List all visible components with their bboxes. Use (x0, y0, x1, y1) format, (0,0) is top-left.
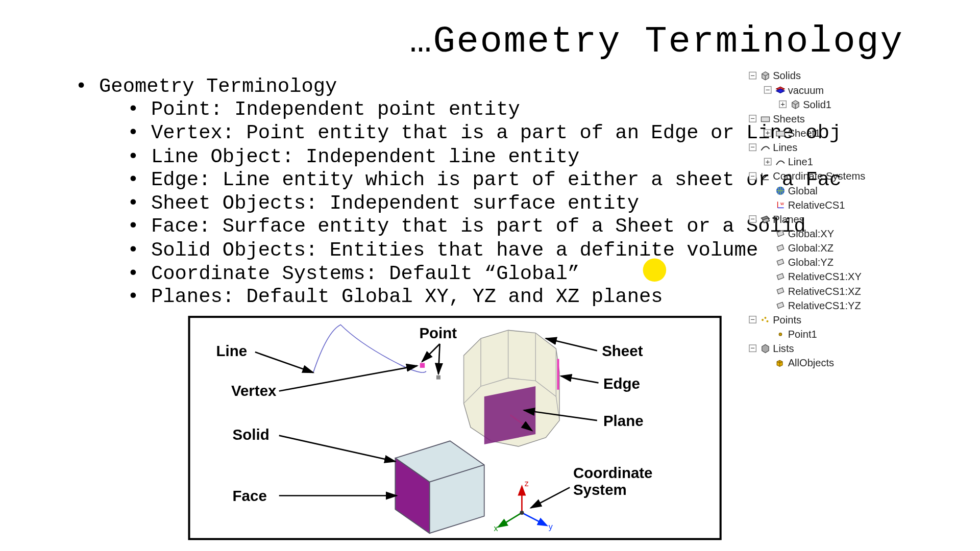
tree-item[interactable]: −Coordinate Systems (749, 169, 865, 183)
slide-title: …Geometry Terminology (409, 20, 903, 62)
svg-line-6 (522, 513, 546, 525)
svg-text:z: z (525, 479, 529, 488)
svg-line-11 (255, 352, 313, 372)
expand-toggle-icon[interactable]: + (764, 129, 772, 137)
tree-item[interactable]: −Points (749, 312, 865, 327)
allobj-icon (774, 357, 787, 369)
svg-text:x: x (494, 523, 498, 533)
fig-label-plane: Plane (603, 412, 644, 430)
svg-rect-21 (761, 116, 769, 121)
svg-line-20 (531, 487, 570, 508)
plane-icon (774, 299, 787, 311)
expand-toggle-icon[interactable]: − (749, 215, 756, 223)
tree-item[interactable]: +Line1 (749, 155, 865, 169)
svg-point-30 (762, 318, 764, 320)
tree-item[interactable]: AllObjects (749, 356, 865, 370)
fig-label-edge: Edge (603, 375, 640, 393)
tree-item-label: RelativeCS1 (788, 197, 845, 212)
tree-item-label: Global (788, 183, 818, 197)
tree-item-label: RelativeCS1:XY (788, 269, 862, 284)
svg-point-33 (779, 333, 781, 335)
tree-item-label: RelativeCS1:YZ (788, 298, 861, 312)
tree-item[interactable]: wRelativeCS1 (749, 197, 865, 212)
cs-icon (759, 170, 771, 182)
svg-rect-1 (436, 375, 440, 380)
fig-label-face: Face (233, 487, 267, 505)
fig-label-sheet: Sheet (602, 342, 643, 360)
tree-item[interactable]: Global (749, 183, 865, 197)
svg-point-32 (766, 320, 768, 322)
tree-item[interactable]: −Solids (749, 68, 865, 83)
tree-item[interactable]: RelativeCS1:YZ (749, 298, 865, 312)
bullet-item: Planes: Default Global XY, YZ and XZ pla… (127, 286, 841, 309)
bullet-item: Solid Objects: Entities that have a defi… (127, 239, 841, 262)
tree-item-label: Point1 (788, 327, 817, 341)
globe-icon (774, 184, 787, 196)
sheet-icon (759, 112, 771, 124)
figure-diagram: z x y Line Point Sheet Vertex Edge Plane… (188, 316, 722, 540)
tree-item-label: Global:XY (788, 227, 835, 241)
tree-item[interactable]: −Lines (749, 140, 865, 155)
tree-item[interactable]: RelativeCS1:XY (749, 269, 865, 284)
point-icon (774, 328, 787, 340)
points-icon (759, 313, 771, 325)
bullet-item: Edge: Line entity which is part of eithe… (127, 169, 841, 192)
tree-item[interactable]: Global:XY (749, 227, 865, 241)
tree-item-label: vacuum (788, 83, 824, 97)
tree-item[interactable]: Global:XZ (749, 241, 865, 255)
tree-item[interactable]: +Solid1 (749, 97, 865, 111)
line-icon (774, 156, 787, 168)
tree-item-label: Lines (773, 140, 797, 155)
svg-line-25 (762, 176, 767, 180)
relcs-icon: w (774, 198, 787, 211)
svg-line-18 (279, 436, 396, 462)
plane-icon (774, 256, 787, 268)
svg-line-16 (561, 376, 599, 383)
plane-icon (774, 270, 787, 283)
tree-item[interactable]: RelativeCS1:XZ (749, 284, 865, 298)
fig-label-vertex: Vertex (231, 382, 277, 400)
tree-item-label: Coordinate Systems (773, 169, 865, 183)
tree-item-label: RelativeCS1:XZ (788, 284, 861, 298)
expand-toggle-icon[interactable]: − (749, 316, 756, 323)
bullet-item: Coordinate Systems: Default “Global” (127, 262, 841, 286)
tree-item-label: Line1 (788, 155, 813, 169)
tree-item-label: Solids (773, 68, 801, 83)
expand-toggle-icon[interactable]: − (749, 143, 756, 151)
plane-icon (774, 228, 787, 240)
tree-item[interactable]: Global:YZ (749, 255, 865, 269)
expand-toggle-icon[interactable]: − (749, 115, 756, 122)
tree-item[interactable]: −vacuum (749, 83, 865, 97)
tree-item-label: Lists (773, 341, 794, 356)
bullet-item: Vertex: Point entity that is a part of a… (127, 122, 841, 145)
tree-item-label: Planes (773, 212, 804, 226)
tree-item[interactable]: Point1 (749, 327, 865, 341)
tree-item[interactable]: −Lists (749, 341, 865, 356)
vacuum-icon (774, 84, 787, 96)
cursor-highlight (643, 259, 667, 282)
line-icon (759, 141, 771, 154)
bullet-item: Sheet Objects: Independent surface entit… (127, 192, 841, 216)
tree-item-label: Points (773, 312, 801, 327)
expand-toggle-icon[interactable]: − (749, 72, 756, 80)
sheet-icon (774, 127, 787, 139)
bullet-item: Line Object: Independent line entity (127, 145, 841, 169)
tree-item-label: Global:YZ (788, 255, 834, 269)
planes-icon (759, 213, 771, 225)
tree-item[interactable]: −Planes (749, 212, 865, 226)
tree-item[interactable]: −Sheets (749, 111, 865, 126)
expand-toggle-icon[interactable]: − (749, 172, 756, 180)
content-block: Geometry Terminology Point: Independent … (75, 75, 841, 309)
plane-icon (774, 242, 787, 254)
expand-toggle-icon[interactable]: + (764, 158, 772, 166)
tree-item-label: AllObjects (788, 356, 834, 370)
lists-icon (759, 342, 771, 355)
svg-line-5 (499, 513, 522, 527)
expand-toggle-icon[interactable]: − (749, 344, 756, 352)
tree-item[interactable]: +Sheet1 (749, 126, 865, 140)
expand-toggle-icon[interactable]: − (764, 86, 772, 94)
expand-toggle-icon[interactable]: + (779, 101, 787, 108)
bullet-item: Face: Surface entity that is part of a S… (127, 216, 841, 239)
svg-line-13 (422, 344, 440, 362)
svg-text:y: y (549, 522, 553, 532)
